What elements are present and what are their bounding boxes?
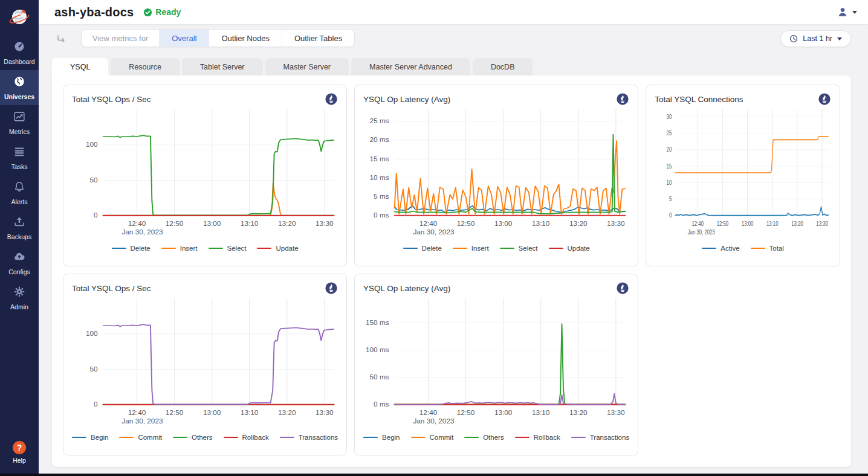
chart-title: Total YSQL Ops / Sec bbox=[72, 284, 151, 293]
svg-text:50: 50 bbox=[90, 177, 98, 184]
legend-item-select[interactable]: Select bbox=[209, 245, 247, 252]
prometheus-icon[interactable] bbox=[616, 92, 629, 106]
status-badge: Ready bbox=[143, 7, 181, 17]
svg-text:13:00: 13:00 bbox=[203, 220, 221, 227]
legend-item-rollback[interactable]: Rollback bbox=[224, 434, 269, 441]
prometheus-icon[interactable] bbox=[818, 92, 831, 106]
prometheus-icon[interactable] bbox=[325, 281, 338, 295]
legend-item-others[interactable]: Others bbox=[173, 434, 213, 441]
legend-item-active[interactable]: Active bbox=[702, 245, 739, 252]
svg-text:13:10: 13:10 bbox=[532, 220, 549, 227]
tab-docdb[interactable]: DocDB bbox=[473, 58, 533, 76]
chart-plot: 0 ms5 ms10 ms15 ms20 ms25 ms12:40Jan 30,… bbox=[363, 106, 629, 240]
svg-text:5: 5 bbox=[669, 196, 672, 202]
legend-label: Select bbox=[519, 245, 538, 252]
tab-ysql[interactable]: YSQL bbox=[52, 58, 108, 76]
legend-item-select[interactable]: Select bbox=[500, 245, 538, 252]
svg-text:12:40: 12:40 bbox=[419, 410, 437, 416]
svg-text:12:50: 12:50 bbox=[717, 220, 729, 227]
legend-item-delete[interactable]: Delete bbox=[403, 245, 442, 252]
svg-text:25 ms: 25 ms bbox=[370, 118, 390, 124]
chart-title: YSQL Op Latency (Avg) bbox=[363, 284, 450, 293]
status-text: Ready bbox=[155, 7, 181, 17]
svg-text:100 ms: 100 ms bbox=[366, 347, 389, 353]
legend-item-begin[interactable]: Begin bbox=[72, 434, 108, 441]
time-range-button[interactable]: Last 1 hr bbox=[780, 30, 851, 47]
time-range-label: Last 1 hr bbox=[803, 34, 832, 43]
svg-text:150 ms: 150 ms bbox=[366, 319, 389, 326]
tab-resource[interactable]: Resource bbox=[111, 58, 180, 76]
sidebar-item-metrics[interactable]: Metrics bbox=[0, 105, 39, 140]
main-content: View metrics for OverallOutlier NodesOut… bbox=[39, 24, 868, 476]
tab-master-server-advanced[interactable]: Master Server Advanced bbox=[351, 58, 470, 76]
tab-content-panel: Total YSQL Ops / Sec 05010012:40Jan 30, … bbox=[52, 76, 851, 467]
svg-text:50: 50 bbox=[90, 366, 98, 373]
sidebar-item-dashboard[interactable]: Dashboard bbox=[0, 35, 39, 70]
legend-item-transactions[interactable]: Transactions bbox=[280, 434, 338, 441]
legend-item-commit[interactable]: Commit bbox=[119, 434, 162, 441]
legend-label: Rollback bbox=[534, 434, 560, 441]
svg-text:30: 30 bbox=[667, 114, 672, 120]
backups-icon bbox=[13, 215, 26, 231]
sidebar-item-universes[interactable]: Universes bbox=[0, 70, 39, 105]
user-menu[interactable] bbox=[837, 6, 857, 18]
svg-text:Jan 30, 2023: Jan 30, 2023 bbox=[121, 229, 163, 236]
scope-overall[interactable]: Overall bbox=[159, 30, 209, 47]
legend-item-total[interactable]: Total bbox=[751, 245, 784, 252]
admin-icon bbox=[13, 285, 26, 301]
chart-plot: 05010012:40Jan 30, 202312:5013:0013:1013… bbox=[72, 295, 338, 429]
sidebar-item-alerts[interactable]: Alerts bbox=[0, 175, 39, 210]
legend-label: Active bbox=[721, 245, 739, 252]
prometheus-icon[interactable] bbox=[616, 281, 629, 295]
legend-swatch bbox=[209, 248, 223, 249]
legend-item-update[interactable]: Update bbox=[549, 245, 590, 252]
legend-label: Others bbox=[483, 434, 504, 441]
legend-swatch bbox=[173, 437, 187, 439]
legend-item-update[interactable]: Update bbox=[257, 245, 298, 252]
legend-swatch bbox=[453, 248, 467, 249]
svg-text:13:00: 13:00 bbox=[742, 220, 754, 227]
sidebar-item-configs[interactable]: Configs bbox=[0, 245, 39, 280]
svg-text:Jan 30, 2023: Jan 30, 2023 bbox=[121, 418, 163, 425]
prometheus-icon[interactable] bbox=[325, 92, 338, 106]
legend-item-rollback[interactable]: Rollback bbox=[515, 434, 560, 441]
view-metrics-control: View metrics for OverallOutlier NodesOut… bbox=[81, 29, 355, 47]
scope-outlier-nodes[interactable]: Outlier Nodes bbox=[209, 30, 281, 47]
svg-text:25: 25 bbox=[667, 130, 672, 137]
legend-item-commit[interactable]: Commit bbox=[411, 434, 454, 441]
svg-text:13:00: 13:00 bbox=[494, 410, 512, 416]
scope-outlier-tables[interactable]: Outlier Tables bbox=[282, 30, 354, 47]
svg-text:20: 20 bbox=[667, 146, 672, 153]
legend-item-begin[interactable]: Begin bbox=[363, 434, 400, 441]
svg-text:13:20: 13:20 bbox=[569, 220, 587, 227]
svg-text:0 ms: 0 ms bbox=[374, 212, 389, 219]
legend-swatch bbox=[702, 248, 716, 249]
chart-legend: BeginCommitOthersRollbackTransactions bbox=[72, 430, 338, 445]
sidebar-item-backups[interactable]: Backups bbox=[0, 210, 39, 245]
legend-label: Select bbox=[227, 245, 247, 252]
svg-text:13:20: 13:20 bbox=[791, 220, 803, 227]
app-logo[interactable] bbox=[0, 0, 39, 35]
sidebar-item-help[interactable]: ? Help bbox=[0, 433, 39, 472]
metrics-icon bbox=[13, 110, 26, 126]
clock-icon bbox=[789, 34, 798, 43]
help-label: Help bbox=[13, 457, 26, 464]
sidebar-item-admin[interactable]: Admin bbox=[0, 280, 39, 315]
legend-item-others[interactable]: Others bbox=[464, 434, 504, 441]
legend-item-delete[interactable]: Delete bbox=[112, 245, 151, 252]
tab-tablet-server[interactable]: Tablet Server bbox=[182, 58, 263, 76]
window-bottom-edge bbox=[0, 474, 868, 476]
svg-text:Jan 30, 2023: Jan 30, 2023 bbox=[413, 418, 454, 425]
legend-item-insert[interactable]: Insert bbox=[453, 245, 489, 252]
legend-item-insert[interactable]: Insert bbox=[161, 245, 198, 252]
tab-master-server[interactable]: Master Server bbox=[265, 58, 349, 76]
svg-text:13:30: 13:30 bbox=[607, 220, 624, 227]
sidebar-item-tasks[interactable]: Tasks bbox=[0, 140, 39, 175]
legend-label: Insert bbox=[471, 245, 489, 252]
chevron-down-icon bbox=[852, 11, 857, 14]
legend-label: Begin bbox=[91, 434, 108, 441]
svg-text:10: 10 bbox=[667, 179, 672, 186]
chart-plot: 05010012:40Jan 30, 202312:5013:0013:1013… bbox=[72, 106, 338, 240]
svg-text:13:10: 13:10 bbox=[532, 410, 549, 416]
legend-item-transactions[interactable]: Transactions bbox=[571, 434, 629, 441]
